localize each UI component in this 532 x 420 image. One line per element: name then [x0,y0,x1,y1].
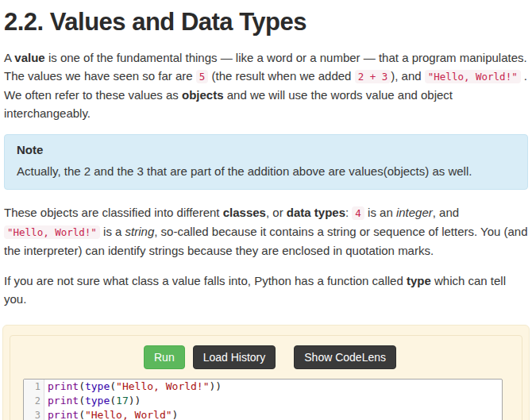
code-text: print(type(17)) [44,394,141,408]
code-text: print(type("Hello, World!")) [44,380,222,394]
line-number: 2 [24,394,44,408]
note-title: Note [17,143,515,156]
code-lines: 1print(type("Hello, World!"))2print(type… [24,380,502,420]
code-line[interactable]: 2print(type(17)) [24,394,502,408]
line-number: 3 [24,408,44,420]
run-button[interactable]: Run [144,345,185,369]
code-text: print("Hello, World") [44,408,178,420]
code-editor[interactable]: 1print(type("Hello, World!"))2print(type… [23,379,503,420]
inline-code: 4 [352,206,364,220]
page-content: 2.2. Values and Data Types A value is on… [0,0,532,420]
inline-code: "Hello, World!" [4,225,100,239]
inline-code: 2 + 3 [355,70,391,83]
page-title: 2.2. Values and Data Types [4,8,528,37]
load-history-button[interactable]: Load History [193,345,276,369]
line-number: 1 [24,380,44,394]
code-line[interactable]: 1print(type("Hello, World!")) [24,380,502,394]
activecode-container: Run Load History Show CodeLens 1print(ty… [2,325,530,420]
type-function-paragraph: If you are not sure what class a value f… [4,272,528,308]
classes-paragraph: These objects are classified into differ… [4,203,528,260]
show-codelens-button[interactable]: Show CodeLens [294,345,396,369]
note-admonition: Note Actually, the 2 and the 3 that are … [4,134,528,190]
intro-paragraph: A value is one of the fundamental things… [4,48,528,122]
code-line[interactable]: 3print("Hello, World") [24,408,502,420]
inline-code: 5 [196,70,209,83]
inline-code: "Hello, World!" [425,70,521,83]
activecode-toolbar: Run Load History Show CodeLens [144,345,522,369]
note-body: Actually, the 2 and the 3 that are part … [17,163,515,180]
activecode-section: Run Load History Show CodeLens 1print(ty… [10,335,522,420]
